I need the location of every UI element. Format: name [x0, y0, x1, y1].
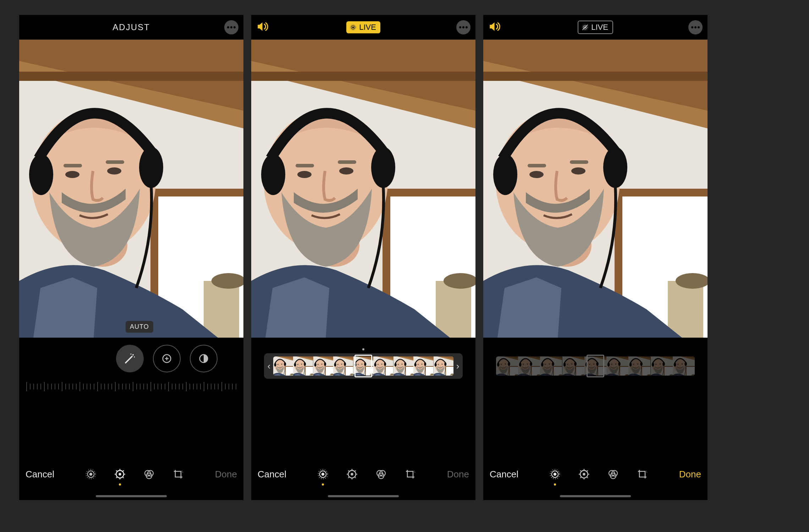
tab-crop[interactable] — [636, 468, 649, 481]
done-button[interactable]: Done — [447, 469, 469, 480]
done-button[interactable]: Done — [215, 469, 237, 480]
more-button[interactable] — [456, 20, 470, 34]
live-photo-icon — [549, 469, 561, 480]
tab-crop[interactable] — [172, 468, 185, 481]
top-bar: LIVE — [483, 15, 708, 40]
frame-thumb[interactable] — [333, 356, 353, 376]
edit-mode-tabs — [317, 468, 417, 481]
photo-preview[interactable] — [251, 40, 475, 338]
adjust-dial-icon — [114, 468, 126, 480]
live-toggle[interactable]: LIVE — [346, 21, 380, 33]
more-button[interactable] — [224, 20, 238, 34]
svg-point-22 — [89, 473, 93, 476]
frame-thumb[interactable] — [518, 356, 540, 376]
live-label: LIVE — [359, 23, 376, 32]
edit-mode-tabs — [84, 468, 185, 481]
svg-point-18 — [134, 356, 135, 358]
svg-line-73 — [587, 477, 588, 478]
exposure-button[interactable] — [153, 345, 181, 372]
tab-adjust[interactable] — [346, 468, 358, 481]
mute-toggle[interactable] — [488, 21, 502, 34]
svg-point-26 — [119, 473, 121, 475]
frame-thumb[interactable] — [313, 356, 333, 376]
svg-line-31 — [116, 470, 117, 471]
adjust-dial-icon — [346, 468, 358, 480]
photo-preview[interactable]: AUTO — [19, 40, 243, 338]
frame-thumb[interactable] — [413, 356, 433, 376]
tab-live[interactable] — [84, 468, 97, 481]
photo-preview[interactable] — [483, 40, 708, 338]
tab-adjust[interactable] — [578, 468, 590, 481]
tab-filters[interactable] — [143, 468, 155, 481]
page-title: ADJUST — [112, 22, 150, 32]
live-frame-scrubber[interactable]: ‹ › — [264, 353, 463, 379]
svg-line-74 — [580, 477, 581, 478]
frame-thumb[interactable] — [562, 356, 584, 376]
frame-thumb[interactable] — [273, 356, 293, 376]
auto-enhance-button[interactable] — [116, 345, 144, 372]
tab-live[interactable] — [317, 468, 329, 481]
key-frame-handle — [587, 355, 604, 377]
frame-thumb[interactable] — [673, 356, 695, 376]
top-bar: ADJUST — [19, 15, 243, 40]
brilliance-button[interactable] — [190, 345, 218, 372]
tab-filters[interactable] — [375, 468, 387, 481]
frame-thumb[interactable] — [434, 356, 453, 376]
chevron-right-icon[interactable]: › — [454, 353, 461, 379]
live-scrubber-zone — [483, 338, 708, 416]
tab-live[interactable] — [549, 468, 561, 481]
crop-rotate-icon — [172, 469, 184, 480]
svg-point-39 — [352, 26, 354, 28]
adjust-dial-icon — [578, 468, 590, 480]
frame-thumb[interactable] — [394, 356, 413, 376]
cancel-button[interactable]: Cancel — [26, 469, 54, 480]
svg-point-42 — [321, 473, 325, 476]
frame-thumb[interactable] — [606, 356, 628, 376]
speaker-icon — [488, 21, 502, 32]
bottom-toolbar: Cancel — [19, 458, 243, 500]
cancel-button[interactable]: Cancel — [490, 469, 518, 480]
tab-filters[interactable] — [607, 468, 620, 481]
home-indicator[interactable] — [560, 495, 631, 497]
frame-thumb[interactable] — [373, 356, 393, 376]
phone-screen-adjust: ADJUST AUTO — [19, 15, 243, 500]
svg-point-19 — [131, 354, 132, 355]
frame-thumb[interactable] — [496, 356, 518, 376]
more-icon — [459, 26, 468, 28]
svg-line-75 — [587, 470, 588, 471]
home-indicator[interactable] — [96, 495, 167, 497]
frame-thumb[interactable] — [540, 356, 562, 376]
adjust-slider[interactable] — [25, 380, 238, 393]
key-frame-handle[interactable] — [354, 355, 372, 377]
svg-line-32 — [123, 477, 124, 478]
frame-thumb[interactable] — [628, 356, 650, 376]
frame-thumb[interactable] — [293, 356, 313, 376]
key-photo-indicator — [362, 348, 364, 350]
svg-point-17 — [132, 354, 134, 356]
exposure-plus-icon — [161, 353, 172, 364]
svg-rect-79 — [639, 471, 645, 477]
more-button[interactable] — [688, 20, 703, 34]
more-icon — [691, 26, 700, 28]
tab-crop[interactable] — [404, 468, 417, 481]
filters-icon — [375, 469, 387, 480]
speaker-icon — [256, 21, 270, 32]
frame-thumb[interactable] — [651, 356, 673, 376]
svg-line-33 — [116, 477, 117, 478]
home-indicator[interactable] — [328, 495, 399, 497]
live-toggle[interactable]: LIVE — [578, 21, 613, 34]
svg-rect-38 — [175, 471, 181, 477]
mute-toggle[interactable] — [256, 21, 270, 34]
svg-line-34 — [123, 470, 124, 471]
filters-icon — [143, 469, 155, 480]
done-button[interactable]: Done — [679, 469, 701, 480]
chevron-left-icon[interactable]: ‹ — [265, 353, 273, 379]
crop-rotate-icon — [637, 469, 648, 480]
top-bar: LIVE — [251, 15, 475, 40]
cancel-button[interactable]: Cancel — [258, 469, 286, 480]
live-scrubber-zone: ‹ › — [251, 338, 475, 416]
tab-adjust[interactable] — [114, 468, 126, 481]
svg-point-67 — [583, 473, 585, 475]
crop-rotate-icon — [404, 469, 416, 480]
svg-point-46 — [351, 473, 353, 475]
